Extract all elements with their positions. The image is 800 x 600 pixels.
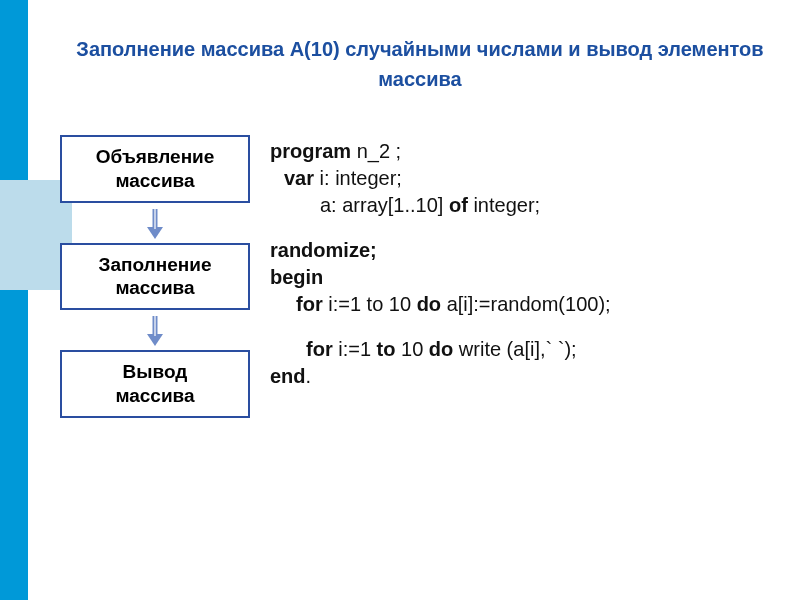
flow-box-line: Объявление <box>68 145 242 169</box>
code-line: begin <box>270 264 780 291</box>
code-line: program n_2 ; <box>270 138 780 165</box>
code-line: for i:=1 to 10 do write (a[i],` `); <box>270 336 780 363</box>
code-line: randomize; <box>270 237 780 264</box>
code-text: n_2 ; <box>351 140 401 162</box>
code-text: a: array[1..10] <box>320 194 449 216</box>
flow-box-line: массива <box>68 276 242 300</box>
code-block-declare: program n_2 ; var i: integer; a: array[1… <box>270 138 780 219</box>
slide-title: Заполнение массива A(10) случайными числ… <box>60 34 780 94</box>
kw-do: do <box>417 293 441 315</box>
kw-for: for <box>306 338 333 360</box>
kw-to: to <box>377 338 396 360</box>
code-text: i: integer; <box>314 167 402 189</box>
code-listing: program n_2 ; var i: integer; a: array[1… <box>270 138 780 408</box>
flow-column: Объявление массива Заполнение массива Вы… <box>60 135 250 418</box>
arrow-down-icon <box>60 203 250 243</box>
code-text: i:=1 to 10 <box>323 293 417 315</box>
kw-do: do <box>429 338 453 360</box>
kw-for: for <box>296 293 323 315</box>
code-text: i:=1 <box>333 338 377 360</box>
code-text: . <box>306 365 312 387</box>
arrow-down-icon <box>60 310 250 350</box>
code-text: write (a[i],` `); <box>453 338 576 360</box>
code-line: for i:=1 to 10 do a[i]:=random(100); <box>270 291 780 318</box>
code-text: 10 <box>395 338 428 360</box>
code-text: integer; <box>468 194 540 216</box>
kw-of: of <box>449 194 468 216</box>
code-text: a[i]:=random(100); <box>441 293 611 315</box>
flow-box-line: Заполнение <box>68 253 242 277</box>
flow-box-declare: Объявление массива <box>60 135 250 203</box>
flow-box-line: Вывод <box>68 360 242 384</box>
flow-box-fill: Заполнение массива <box>60 243 250 311</box>
flow-box-output: Вывод массива <box>60 350 250 418</box>
sidebar-accent <box>0 0 28 600</box>
code-line: end. <box>270 363 780 390</box>
kw-var: var <box>284 167 314 189</box>
code-line: var i: integer; <box>270 165 780 192</box>
code-line: a: array[1..10] of integer; <box>270 192 780 219</box>
flow-box-line: массива <box>68 384 242 408</box>
code-block-output: for i:=1 to 10 do write (a[i],` `); end. <box>270 336 780 390</box>
kw-end: end <box>270 365 306 387</box>
flow-box-line: массива <box>68 169 242 193</box>
kw-program: program <box>270 140 351 162</box>
code-block-fill: randomize; begin for i:=1 to 10 do a[i]:… <box>270 237 780 318</box>
